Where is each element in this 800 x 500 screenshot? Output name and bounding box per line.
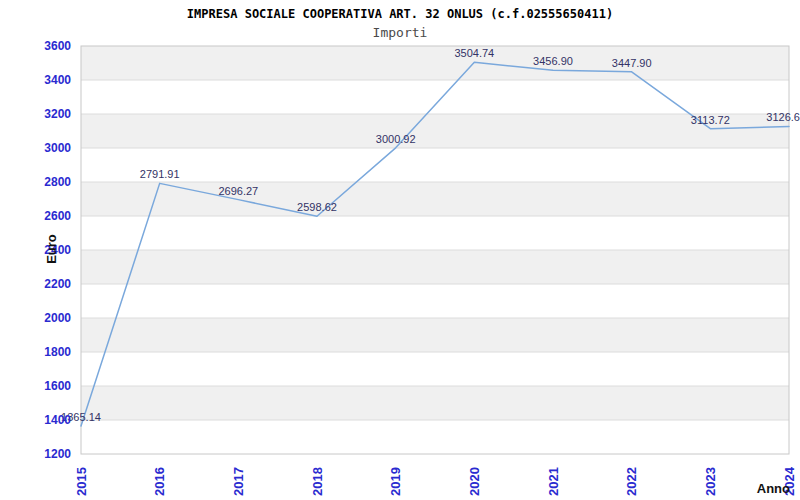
y-tick-label: 2200 (44, 277, 71, 291)
data-point-label: 2696.27 (218, 185, 258, 197)
x-tick-label: 2021 (546, 467, 561, 496)
data-point-label: 3447.90 (612, 57, 652, 69)
x-tick-label: 2022 (624, 467, 639, 496)
grid-band (81, 148, 789, 182)
y-tick-label: 1800 (44, 345, 71, 359)
y-tick-label: 2600 (44, 209, 71, 223)
grid-band (81, 318, 789, 352)
grid-band (81, 352, 789, 386)
y-tick-label: 3600 (44, 39, 71, 53)
grid-band (81, 420, 789, 454)
grid-band (81, 386, 789, 420)
data-point-label: 3000.92 (376, 133, 416, 145)
chart-canvas: IMPRESA SOCIALE COOPERATIVA ART. 32 ONLU… (0, 0, 800, 500)
y-axis-title: Euro (44, 234, 59, 264)
y-tick-label: 3000 (44, 141, 71, 155)
x-tick-label: 2023 (703, 467, 718, 496)
data-point-label: 3113.72 (691, 114, 730, 126)
grid-band (81, 114, 789, 148)
data-point-label: 2791.91 (140, 168, 180, 180)
grid-band (81, 250, 789, 284)
y-tick-label: 1400 (44, 413, 71, 427)
y-tick-label: 3200 (44, 107, 71, 121)
y-tick-label: 2000 (44, 311, 71, 325)
grid-band (81, 284, 789, 318)
x-axis-title: Anno (757, 481, 790, 496)
grid-band (81, 46, 789, 80)
x-tick-label: 2018 (310, 467, 325, 496)
y-tick-label: 3400 (44, 73, 71, 87)
data-point-label: 3504.74 (454, 47, 494, 59)
data-point-label: 3456.90 (533, 55, 573, 67)
grid-band (81, 182, 789, 216)
y-tick-label: 1200 (44, 447, 71, 461)
data-point-label: 2598.62 (297, 201, 337, 213)
y-tick-label: 1600 (44, 379, 71, 393)
x-tick-label: 2016 (152, 467, 167, 496)
x-tick-label: 2015 (74, 467, 89, 496)
data-point-label: 3126.6 (766, 111, 800, 123)
y-tick-label: 2800 (44, 175, 71, 189)
x-tick-label: 2020 (467, 467, 482, 496)
plot-area: 1365.142791.912696.272598.623000.923504.… (0, 0, 800, 500)
x-tick-label: 2017 (231, 467, 246, 496)
x-tick-label: 2019 (388, 467, 403, 496)
grid-band (81, 216, 789, 250)
